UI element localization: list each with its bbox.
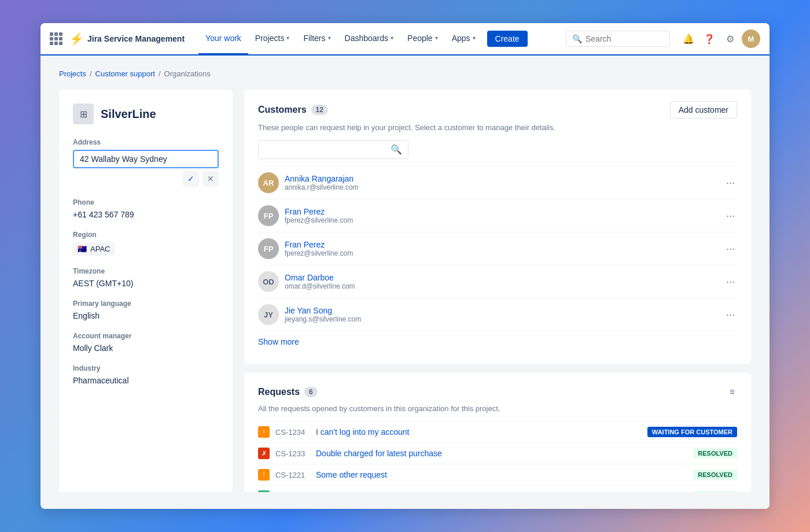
nav-people[interactable]: People ▾	[400, 23, 445, 55]
request-title[interactable]: Double charged for latest purchase	[316, 449, 687, 458]
customers-card-header: Customers 12 Add customer	[258, 101, 737, 119]
org-icon: ⊞	[73, 104, 94, 124]
customer-list: AR Annika Rangarajan annika.r@silverline…	[258, 166, 737, 331]
request-type-icon: !	[258, 469, 270, 481]
customer-row: FP Fran Perez fperez@silverline.com ···	[258, 199, 737, 232]
add-customer-button[interactable]: Add customer	[670, 101, 737, 119]
request-type-icon: !	[258, 426, 270, 438]
region-badge: 🇦🇺 APAC	[73, 242, 115, 256]
phone-label: Phone	[73, 198, 219, 206]
request-row: ! CS-1221 Some other request RESOLVED	[258, 464, 737, 485]
customer-info: Annika Rangarajan annika.r@silverline.co…	[285, 174, 718, 191]
org-header: ⊞ SilverLine	[73, 104, 219, 124]
search-input[interactable]	[586, 34, 664, 43]
industry-value: Pharmaceutical	[73, 376, 219, 385]
customer-search-input[interactable]	[264, 145, 386, 154]
customers-title: Customers	[258, 105, 307, 115]
customer-search-box[interactable]: 🔍	[258, 140, 408, 159]
create-button[interactable]: Create	[487, 31, 528, 47]
app-switcher-icon[interactable]	[50, 32, 62, 45]
status-badge: RESOLVED	[693, 448, 737, 459]
customer-name[interactable]: Annika Rangarajan	[285, 174, 718, 183]
customer-info: Fran Perez fperez@silverline.com	[285, 207, 718, 224]
region-field: Region 🇦🇺 APAC	[73, 231, 219, 256]
timezone-field: Timezone AEST (GMT+10)	[73, 267, 219, 288]
customer-more-button[interactable]: ···	[724, 274, 737, 290]
address-input[interactable]	[73, 150, 219, 168]
breadcrumb-projects[interactable]: Projects	[59, 69, 86, 78]
request-row: ✗ CS-1233 Double charged for latest purc…	[258, 442, 737, 464]
right-panel: Customers 12 Add customer These people c…	[244, 90, 751, 492]
customer-name[interactable]: Jie Yan Song	[285, 306, 718, 315]
customers-card: Customers 12 Add customer These people c…	[244, 90, 751, 364]
nav-projects[interactable]: Projects ▾	[248, 23, 297, 55]
search-box[interactable]: 🔍	[566, 31, 670, 47]
requests-subtitle: All the requests opened by customers in …	[258, 404, 737, 413]
address-cancel-button[interactable]: ✕	[203, 171, 219, 187]
filters-chevron-icon: ▾	[328, 35, 331, 41]
language-label: Primary language	[73, 300, 219, 308]
account-manager-value: Molly Clark	[73, 343, 219, 353]
language-value: English	[73, 311, 219, 320]
notifications-icon[interactable]: 🔔	[679, 29, 698, 48]
request-id: CS-1220	[275, 492, 310, 493]
breadcrumb-customer-support[interactable]: Customer support	[95, 69, 155, 78]
people-chevron-icon: ▾	[435, 35, 438, 41]
request-type-icon: ✓	[258, 490, 270, 492]
nav-items: Your work Projects ▾ Filters ▾ Dashboard…	[198, 23, 561, 55]
customer-info: Fran Perez fperez@silverline.com	[285, 240, 718, 257]
customer-name[interactable]: Fran Perez	[285, 207, 718, 216]
apps-chevron-icon: ▾	[473, 35, 476, 41]
customer-row: AR Annika Rangarajan annika.r@silverline…	[258, 166, 737, 199]
nav-your-work[interactable]: Your work	[198, 23, 248, 55]
customer-email: omar.d@silverline.com	[285, 282, 718, 290]
request-id: CS-1234	[275, 428, 310, 437]
industry-field: Industry Pharmaceutical	[73, 364, 219, 385]
nav-filters[interactable]: Filters ▾	[296, 23, 337, 55]
filter-icon[interactable]: ≡	[727, 385, 737, 400]
show-more-link[interactable]: Show more	[258, 331, 737, 352]
request-id: CS-1233	[275, 449, 310, 458]
customer-name[interactable]: Fran Perez	[285, 240, 718, 249]
customer-avatar: FP	[258, 205, 279, 226]
flag-icon: 🇦🇺	[78, 245, 87, 253]
customers-subtitle: These people can request help in your pr…	[258, 123, 737, 132]
requests-list: ! CS-1234 I can't log into my account WA…	[258, 421, 737, 492]
status-badge: RESOLVED	[693, 491, 737, 492]
requests-title: Requests	[258, 387, 300, 397]
region-value: APAC	[90, 245, 110, 253]
nav-dashboards[interactable]: Dashboards ▾	[338, 23, 401, 55]
status-badge: WAITING FOR CUSTOMER	[647, 427, 737, 437]
request-title[interactable]: I can't log into my account	[316, 427, 642, 437]
request-title[interactable]: Some other request	[316, 470, 687, 479]
customer-row: OD Omar Darboe omar.d@silverline.com ···	[258, 265, 737, 298]
customer-search-icon: 🔍	[391, 144, 402, 155]
search-icon: 🔍	[572, 34, 582, 43]
customer-email: annika.r@silverline.com	[285, 183, 718, 191]
address-label: Address	[73, 138, 219, 146]
customer-name[interactable]: Omar Darboe	[285, 273, 718, 282]
page-content: Projects / Customer support / Organizati…	[41, 56, 770, 509]
customer-avatar: FP	[258, 238, 279, 259]
request-title[interactable]: Feature not working as expected, need as…	[316, 492, 687, 492]
help-icon[interactable]: ❓	[700, 29, 719, 48]
customer-more-button[interactable]: ···	[724, 241, 737, 257]
customer-more-button[interactable]: ···	[724, 175, 737, 191]
request-id: CS-1221	[275, 471, 310, 479]
address-field: Address ✓ ✕	[73, 138, 219, 187]
customer-more-button[interactable]: ···	[724, 208, 737, 224]
nav-apps[interactable]: Apps ▾	[445, 23, 483, 55]
avatar[interactable]: M	[742, 29, 760, 48]
settings-icon[interactable]: ⚙	[721, 29, 739, 48]
phone-field: Phone +61 423 567 789	[73, 198, 219, 219]
customer-avatar: JY	[258, 304, 279, 325]
phone-value: +61 423 567 789	[73, 210, 219, 219]
breadcrumb-current: Organizations	[164, 69, 211, 78]
breadcrumb: Projects / Customer support / Organizati…	[59, 69, 751, 78]
nav-logo[interactable]: ⚡ Jira Service Management	[69, 32, 185, 46]
customers-count-badge: 12	[311, 105, 328, 115]
address-confirm-button[interactable]: ✓	[183, 171, 199, 187]
request-row: ✓ CS-1220 Feature not working as expecte…	[258, 485, 737, 492]
customer-more-button[interactable]: ···	[724, 306, 737, 323]
customer-row: FP Fran Perez fperez@silverline.com ···	[258, 232, 737, 265]
